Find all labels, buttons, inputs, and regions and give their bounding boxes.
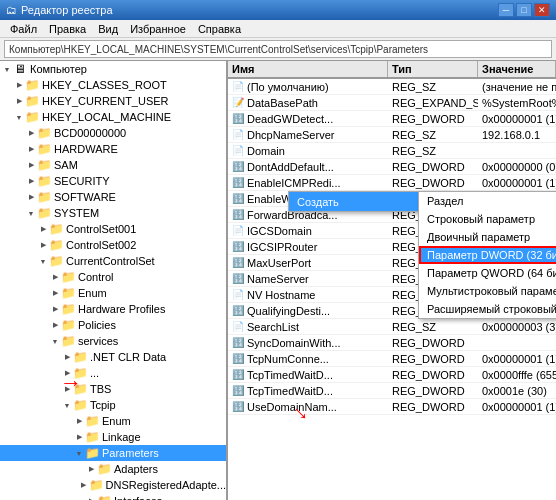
folder-icon: 📁 [72,350,88,364]
tree-item[interactable]: ▼📁Parameters [0,445,226,461]
table-row[interactable]: 📄(По умолчанию)REG_SZ(значение не присво… [228,79,556,95]
tree-item[interactable]: ▶📁Linkage [0,429,226,445]
table-row[interactable]: 📄DomainREG_SZ [228,143,556,159]
tree-scroll[interactable]: ▼🖥Компьютер▶📁HKEY_CLASSES_ROOT▶📁HKEY_CUR… [0,61,226,500]
td-value: 0x00000000 (0) [478,161,556,173]
close-button[interactable]: ✕ [534,3,550,17]
expand-arrow-icon[interactable]: ▶ [26,160,36,170]
expand-arrow-icon[interactable]: ▶ [50,288,60,298]
expand-arrow-icon[interactable]: ▶ [38,240,48,250]
reg-value-icon: 🔢 [232,369,244,380]
th-type[interactable]: Тип [388,61,478,77]
menu-item-справка[interactable]: Справка [192,21,247,37]
tree-item[interactable]: ▼📁SYSTEM [0,205,226,221]
folder-icon: 📁 [60,302,76,316]
table-row[interactable]: 🔢TcpTimedWaitD...REG_DWORD0x0001e (30) [228,383,556,399]
expand-arrow-icon[interactable]: ▶ [38,224,48,234]
expand-arrow-icon[interactable]: ▶ [86,496,96,500]
expand-arrow-icon[interactable]: ▶ [62,384,72,394]
tree-item[interactable]: ▼🖥Компьютер [0,61,226,77]
submenu-item-4[interactable]: Параметр QWORD (64 бита) [419,264,556,282]
menu-item-файл[interactable]: Файл [4,21,43,37]
submenu-item-1[interactable]: Строковый параметр [419,210,556,228]
expand-arrow-icon[interactable]: ▶ [74,432,84,442]
expand-arrow-icon[interactable]: ▶ [79,480,88,490]
collapse-arrow-icon[interactable]: ▼ [26,208,36,218]
tree-item[interactable]: ▶📁... [0,365,226,381]
table-row[interactable]: 🔢UseDomainNam...REG_DWORD0x00000001 (1) [228,399,556,415]
tree-item[interactable]: ▶📁SAM [0,157,226,173]
tree-item[interactable]: ▶📁DNSRegisteredAdapte... [0,477,226,493]
tree-item[interactable]: ▶📁HKEY_CLASSES_ROOT [0,77,226,93]
tree-item[interactable]: ▶📁Enum [0,413,226,429]
maximize-button[interactable]: □ [516,3,532,17]
expand-arrow-icon[interactable]: ▶ [14,80,24,90]
th-name[interactable]: Имя [228,61,388,77]
collapse-arrow-icon[interactable]: ▼ [50,336,60,346]
tree-item[interactable]: ▶📁HKEY_CURRENT_USER [0,93,226,109]
tree-item[interactable]: ▶📁.NET CLR Data [0,349,226,365]
table-row[interactable]: 🔢SyncDomainWith...REG_DWORD [228,335,556,351]
tree-item[interactable]: ▶📁SECURITY [0,173,226,189]
expand-arrow-icon[interactable]: ▶ [26,176,36,186]
expand-arrow-icon[interactable]: ▶ [62,352,72,362]
th-value[interactable]: Значение [478,61,556,77]
tree-item[interactable]: ▼📁Tcpip [0,397,226,413]
table-row[interactable]: 📄SearchListREG_SZ0x00000003 (3) [228,319,556,335]
reg-value-icon: 📄 [232,145,244,156]
td-name: 🔢MaxUserPort [228,257,388,269]
menu-item-вид[interactable]: Вид [92,21,124,37]
table-row[interactable]: 🔢TcpTimedWaitD...REG_DWORD0x0000fffe (65… [228,367,556,383]
tree-item[interactable]: ▼📁HKEY_LOCAL_MACHINE [0,109,226,125]
table-row[interactable]: 🔢EnableICMPRedi...REG_DWORD0x00000001 (1… [228,175,556,191]
collapse-arrow-icon[interactable]: ▼ [14,112,24,122]
collapse-arrow-icon[interactable]: ▼ [74,448,84,458]
tree-item[interactable]: ▶📁ControlSet002 [0,237,226,253]
table-row[interactable]: 📝DataBasePathREG_EXPAND_SZ%SystemRoot%\S… [228,95,556,111]
expand-arrow-icon[interactable]: ▶ [14,96,24,106]
menu-item-избранное[interactable]: Избранное [124,21,192,37]
td-name: 🔢QualifyingDesti... [228,305,388,317]
table-row[interactable]: 🔢DontAddDefault...REG_DWORD0x00000000 (0… [228,159,556,175]
expand-arrow-icon[interactable]: ▶ [50,272,60,282]
table-row[interactable]: 📄DhcpNameServerREG_SZ192.168.0.1 [228,127,556,143]
expand-arrow-icon[interactable]: ▶ [26,144,36,154]
expand-arrow-icon[interactable]: ▶ [86,464,96,474]
tree-item[interactable]: ▶📁BCD00000000 [0,125,226,141]
expand-arrow-icon[interactable]: ▶ [26,192,36,202]
collapse-arrow-icon[interactable]: ▼ [2,64,12,74]
tree-item[interactable]: ▶📁Interfaces [0,493,226,500]
expand-arrow-icon[interactable]: ▶ [50,304,60,314]
minimize-button[interactable]: ─ [498,3,514,17]
expand-arrow-icon[interactable]: ▶ [74,416,84,426]
tree-item[interactable]: ▶📁Hardware Profiles [0,301,226,317]
expand-arrow-icon[interactable]: ▶ [50,320,60,330]
tree-item[interactable]: ▶📁TBS [0,381,226,397]
td-name: 🔢TcpTimedWaitD... [228,385,388,397]
tree-item[interactable]: ▶📁Control [0,269,226,285]
reg-value-icon: 🔢 [232,257,244,268]
tree-item[interactable]: ▶📁SOFTWARE [0,189,226,205]
tree-item-label: Adapters [114,463,158,475]
collapse-arrow-icon[interactable]: ▼ [62,400,72,410]
submenu-item-6[interactable]: Расширяемый строковый параметр [419,300,556,318]
submenu-item-2[interactable]: Двоичный параметр [419,228,556,246]
table-row[interactable]: 🔢TcpNumConne...REG_DWORD0x00000001 (1) [228,351,556,367]
tree-item[interactable]: ▶📁Policies [0,317,226,333]
submenu-item-0[interactable]: Раздел [419,192,556,210]
tree-item[interactable]: ▶📁Adapters [0,461,226,477]
tree-item[interactable]: ▶📁HARDWARE [0,141,226,157]
collapse-arrow-icon[interactable]: ▼ [38,256,48,266]
tree-item[interactable]: ▼📁CurrentControlSet [0,253,226,269]
expand-arrow-icon[interactable]: ▶ [62,368,72,378]
td-type: REG_DWORD [388,353,478,365]
expand-arrow-icon[interactable]: ▶ [26,128,36,138]
menu-item-правка[interactable]: Правка [43,21,92,37]
tree-item[interactable]: ▶📁Enum [0,285,226,301]
tree-item[interactable]: ▼📁services [0,333,226,349]
table-row[interactable]: 🔢DeadGWDetect...REG_DWORD0x00000001 (1) [228,111,556,127]
tree-item[interactable]: ▶📁ControlSet001 [0,221,226,237]
submenu-item-5[interactable]: Мультистроковый параметр [419,282,556,300]
td-name: 🔢SyncDomainWith... [228,337,388,349]
submenu-item-3[interactable]: Параметр DWORD (32 бита) [419,246,556,264]
